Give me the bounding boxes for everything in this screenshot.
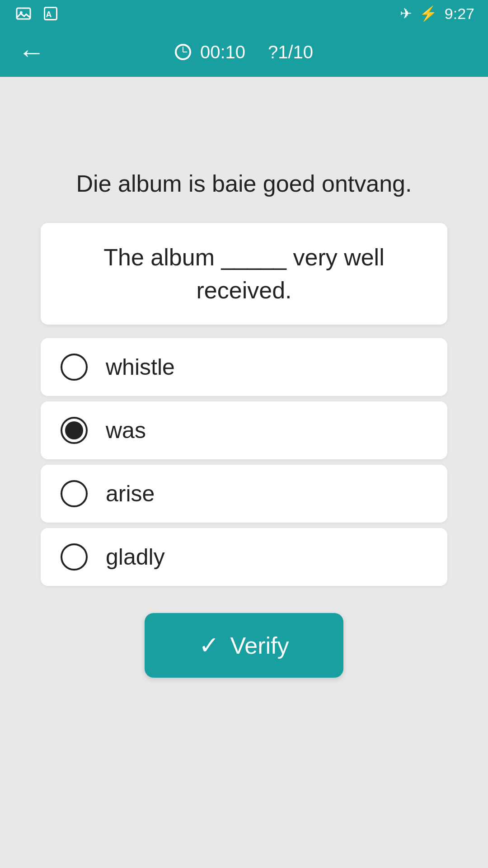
option-gladly-label: gladly <box>106 544 165 570</box>
nav-center: 00:10 ?1/10 <box>175 42 313 62</box>
svg-text:A: A <box>46 10 52 19</box>
option-was-label: was <box>106 417 146 443</box>
status-time: 9:27 <box>445 5 474 23</box>
verify-button[interactable]: ✓ Verify <box>145 613 343 678</box>
radio-was-dot <box>65 421 83 439</box>
option-gladly[interactable]: gladly <box>41 528 447 586</box>
timer-display: 00:10 <box>175 42 245 62</box>
question-progress-value: ?1/10 <box>268 42 313 62</box>
battery-icon: ⚡ <box>419 5 437 22</box>
radio-arise <box>61 480 88 507</box>
options-container: whistle was arise gladly <box>41 338 447 586</box>
checkmark-icon: ✓ <box>199 631 219 660</box>
airplane-icon: ✈ <box>400 5 412 22</box>
status-bar-right: ✈ ⚡ 9:27 <box>400 5 474 23</box>
option-whistle[interactable]: whistle <box>41 338 447 396</box>
back-arrow-icon: ← <box>18 37 45 68</box>
question-progress: ?1/10 <box>268 42 313 62</box>
timer-value: 00:10 <box>200 42 245 62</box>
main-content: Die album is baie goed ontvang. The albu… <box>0 77 488 868</box>
question-original: Die album is baie goed ontvang. <box>76 167 412 200</box>
option-was[interactable]: was <box>41 401 447 459</box>
option-whistle-label: whistle <box>106 354 175 380</box>
status-bar: A ✈ ⚡ 9:27 <box>0 0 488 27</box>
back-button[interactable]: ← <box>18 37 45 68</box>
clock-icon <box>175 44 191 60</box>
photo-icon <box>14 5 33 22</box>
radio-gladly <box>61 543 88 571</box>
nav-bar: ← 00:10 ?1/10 <box>0 27 488 77</box>
radio-was <box>61 417 88 444</box>
status-bar-left-icons: A <box>14 5 61 22</box>
translation-box: The album _____ very well received. <box>41 223 447 325</box>
verify-label: Verify <box>230 632 289 659</box>
option-arise[interactable]: arise <box>41 465 447 523</box>
option-arise-label: arise <box>106 481 155 507</box>
text-icon: A <box>41 5 61 22</box>
svg-rect-0 <box>17 8 30 19</box>
radio-whistle <box>61 354 88 381</box>
